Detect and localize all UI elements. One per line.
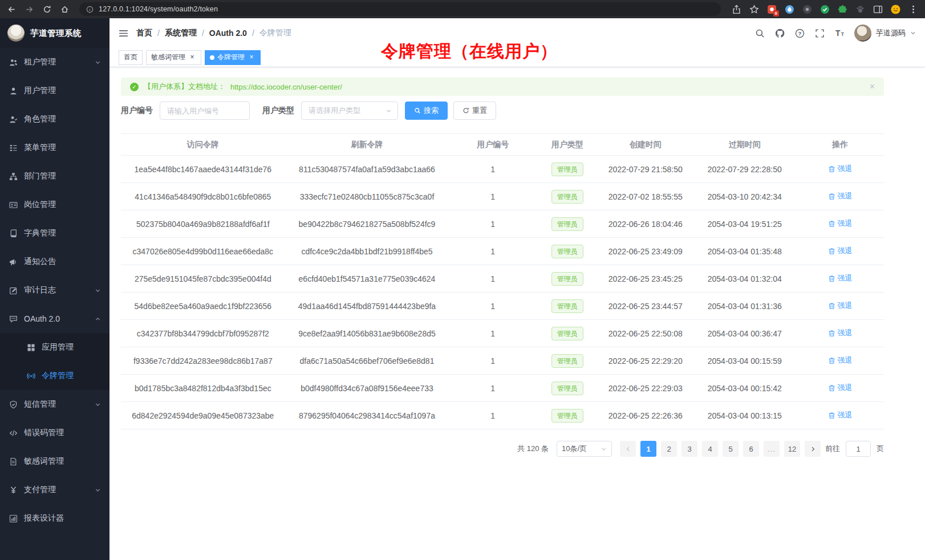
extension-puzzle-icon[interactable] [837, 4, 847, 14]
extension-dark-icon[interactable] [802, 4, 812, 14]
question-icon[interactable]: ? [794, 28, 805, 38]
sidebar-item[interactable]: 审计日志 [0, 276, 109, 305]
force-logout-button[interactable]: 强退 [828, 246, 853, 256]
page-size-select[interactable]: 10条/页 [557, 441, 612, 457]
trash-icon [828, 220, 835, 228]
sidebar-item[interactable]: 字典管理 [0, 219, 109, 247]
goto-label: 前往 [825, 444, 840, 454]
search-icon[interactable] [754, 28, 765, 38]
force-logout-button[interactable]: 强退 [828, 410, 853, 420]
goto-page-input[interactable] [846, 441, 871, 457]
force-logout-button[interactable]: 强退 [828, 383, 853, 393]
breadcrumb-item[interactable]: 首页 [136, 28, 152, 38]
chevron-down-icon [95, 401, 101, 408]
prev-page-button[interactable] [620, 441, 636, 457]
home-icon[interactable] [60, 5, 69, 14]
extension-red-icon[interactable]: 0 [766, 4, 777, 14]
sidebar-item[interactable]: 菜单管理 [0, 133, 109, 162]
refresh-icon [462, 107, 469, 114]
address-bar[interactable]: 127.0.0.1:1024/system/oauth2/token [79, 2, 721, 16]
reload-icon[interactable] [42, 5, 51, 14]
sidebar-item[interactable]: 岗位管理 [0, 190, 109, 219]
force-logout-button[interactable]: 强退 [828, 301, 853, 311]
sidebar-item[interactable]: 租户管理 [0, 48, 109, 76]
action-cell: 强退 [796, 156, 884, 183]
tab-close-icon[interactable]: × [188, 54, 196, 62]
forward-icon[interactable] [25, 5, 34, 14]
sidebar-item[interactable]: OAuth 2.0 [0, 305, 109, 333]
created-time-cell: 2022-07-29 21:58:50 [598, 156, 693, 183]
bookmark-star-icon[interactable] [749, 4, 759, 14]
next-page-button[interactable] [805, 441, 821, 457]
user-type-cell: 管理员 [537, 210, 598, 238]
view-tab[interactable]: 敏感词管理 × [146, 50, 201, 65]
page-content: ✓ 【用户体系】文档地址： https://doc.iocoder.cn/use… [109, 67, 925, 560]
page-number-button[interactable]: 4 [702, 441, 718, 457]
sidebar-item[interactable]: 错误码管理 [0, 419, 109, 447]
sidebar-item[interactable]: 短信管理 [0, 390, 109, 419]
sidebar-item-label: 敏感词管理 [24, 456, 64, 466]
user-type-tag: 管理员 [551, 245, 583, 258]
extension-green-icon[interactable] [819, 4, 830, 14]
force-logout-button[interactable]: 强退 [828, 191, 853, 201]
page-number-button[interactable]: 3 [681, 441, 697, 457]
side-panel-icon[interactable] [873, 4, 883, 14]
table-row: 41c41346a548490f9dc8b01c6bfe0865 333ecfc… [121, 183, 884, 210]
font-size-icon[interactable]: TT [834, 28, 845, 38]
user-type-select[interactable]: 请选择用户类型 [301, 102, 398, 120]
trash-icon [828, 193, 835, 200]
force-logout-button[interactable]: 强退 [828, 164, 853, 174]
extension-blue-icon[interactable] [784, 4, 794, 14]
info-icon[interactable] [85, 5, 94, 14]
force-logout-button[interactable]: 强退 [828, 355, 853, 366]
page-number-button[interactable]: 2 [661, 441, 677, 457]
created-time-cell: 2022-06-25 22:29:20 [598, 347, 693, 375]
view-tab[interactable]: 首页 × [119, 50, 143, 65]
extension-paw-icon[interactable] [855, 4, 865, 14]
reset-button[interactable]: 重置 [453, 102, 496, 120]
user-type-tag: 管理员 [551, 190, 583, 204]
page-number-button[interactable]: 5 [723, 441, 739, 457]
table-row: f9336e7c7dd242a283ee98dc86b17a87 dfa6c71… [121, 347, 884, 375]
github-icon[interactable] [774, 28, 785, 38]
doc-link[interactable]: https://doc.iocoder.cn/user-center/ [230, 83, 342, 91]
sidebar-item[interactable]: 令牌管理 [0, 362, 109, 390]
share-icon[interactable] [731, 4, 741, 14]
sidebar-item[interactable]: 通知公告 [0, 247, 109, 276]
user-id-input[interactable] [160, 102, 250, 120]
search-button[interactable]: 搜索 [405, 102, 448, 120]
view-tab[interactable]: 令牌管理 × [205, 50, 261, 65]
sidebar-item[interactable]: 应用管理 [0, 333, 109, 362]
fullscreen-icon[interactable] [814, 28, 825, 38]
refresh-token-cell: e6cfd40eb1f54571a31e775e039c4624 [285, 265, 449, 293]
user-id-cell: 1 [449, 210, 537, 238]
tab-close-icon[interactable]: × [248, 54, 255, 62]
browser-profile-avatar[interactable] [890, 4, 900, 14]
sidebar-item[interactable]: 支付管理 [0, 476, 109, 504]
page-number-button[interactable]: 1 [640, 441, 656, 457]
expire-time-cell: 2054-03-04 00:13:15 [693, 402, 796, 429]
user-id-cell: 1 [449, 238, 537, 265]
breadcrumb-item[interactable]: 令牌管理 [259, 28, 291, 38]
sidebar-item[interactable]: 敏感词管理 [0, 447, 109, 476]
user-menu[interactable]: 芋道源码 [854, 25, 916, 42]
page-number-button[interactable]: ... [764, 441, 780, 457]
page-number-button[interactable]: 6 [743, 441, 759, 457]
back-icon[interactable] [7, 5, 16, 14]
sidebar-collapse-icon[interactable] [119, 29, 128, 38]
force-logout-button[interactable]: 强退 [828, 328, 853, 338]
force-logout-label: 强退 [838, 383, 853, 393]
created-time-cell: 2022-06-25 23:49:09 [598, 238, 693, 265]
sidebar-item[interactable]: 角色管理 [0, 105, 109, 133]
browser-menu-icon[interactable] [908, 4, 918, 14]
sidebar-item[interactable]: 报表设计器 [0, 504, 109, 533]
page-number-button[interactable]: 12 [784, 441, 800, 457]
alert-close-icon[interactable]: × [870, 82, 875, 91]
trash-icon [828, 247, 835, 255]
breadcrumb-item[interactable]: OAuth 2.0 [209, 29, 247, 38]
force-logout-button[interactable]: 强退 [828, 273, 853, 283]
sidebar-item[interactable]: 部门管理 [0, 162, 109, 190]
breadcrumb-item[interactable]: 系统管理 [165, 28, 197, 38]
force-logout-button[interactable]: 强退 [828, 218, 853, 229]
sidebar-item[interactable]: 用户管理 [0, 76, 109, 105]
